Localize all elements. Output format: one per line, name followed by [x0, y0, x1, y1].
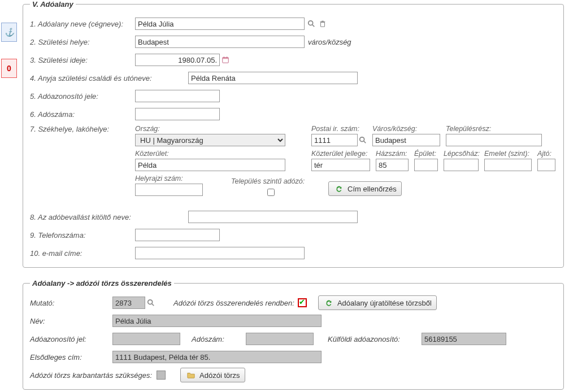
open-registry-button[interactable]: Adózói törzs: [180, 368, 245, 382]
label-link-ok: Adózói törzs összerendelés rendben:: [173, 299, 294, 307]
label-mother: 4. Anyja születési családi és utóneve:: [30, 74, 188, 82]
mutato-search-icon[interactable]: [146, 298, 155, 307]
label-city: Város/község:: [372, 125, 440, 133]
floor-input[interactable]: [484, 159, 532, 171]
error-count-toggle[interactable]: 0: [1, 59, 17, 78]
label-taxnum2: Adószám:: [192, 335, 242, 343]
building-input[interactable]: [414, 159, 438, 171]
label-floor: Emelet (szint):: [484, 150, 532, 158]
refresh-icon: [335, 184, 344, 193]
country-select[interactable]: HU | Magyarország: [135, 134, 285, 146]
taxpayer-fieldset: V. Adóalany 1. Adóalany neve (cégneve): …: [23, 0, 564, 268]
svg-rect-2: [321, 22, 325, 27]
svg-line-10: [364, 141, 366, 143]
zip-search-icon[interactable]: [359, 136, 367, 145]
open-registry-label: Adózói törzs: [199, 371, 240, 380]
lot-input[interactable]: [135, 184, 203, 196]
reload-icon: [324, 298, 333, 307]
address-check-label: Cím ellenőrzés: [348, 185, 397, 193]
linked-foreign-input: [422, 333, 506, 345]
label-taxnum: 6. Adószáma:: [30, 110, 135, 119]
label-maintenance: Adózói törzs karbantartás szükséges:: [30, 371, 152, 380]
linked-addr-input: [112, 351, 322, 363]
linked-name-input: [112, 315, 322, 327]
label-building: Épület:: [414, 150, 438, 158]
error-count-value: 0: [7, 64, 11, 72]
label-primary-addr: Elsődleges cím:: [30, 353, 109, 361]
label-name2: Név:: [30, 317, 109, 325]
folder-icon: [186, 371, 196, 380]
email-input[interactable]: [135, 247, 305, 259]
svg-line-1: [312, 25, 315, 27]
mapping-fieldset: Adóalany -> adózói törzs összerendelés M…: [23, 279, 564, 390]
label-district: Településrész:: [446, 125, 542, 133]
calendar-icon[interactable]: [221, 55, 230, 64]
trash-icon[interactable]: [318, 19, 327, 28]
search-icon[interactable]: [307, 19, 316, 28]
district-input[interactable]: [446, 134, 542, 146]
svg-point-11: [148, 300, 153, 304]
label-taxid: 5. Adóazonosító jele:: [30, 92, 135, 101]
taxnum-input[interactable]: [135, 108, 220, 120]
label-door: Ajtó:: [537, 150, 555, 158]
label-filler: 8. Az adóbevallást kitöltő neve:: [30, 213, 188, 221]
birthdate-input[interactable]: [135, 54, 220, 66]
birthplace-suffix: város/község: [308, 38, 351, 46]
svg-line-12: [152, 304, 154, 306]
linked-taxid-input: [112, 333, 180, 345]
svg-rect-6: [223, 58, 229, 59]
label-foreign: Külföldi adóazonosító:: [328, 335, 418, 343]
zip-input[interactable]: [311, 134, 358, 146]
maintenance-checkbox[interactable]: [157, 371, 166, 380]
birthplace-input[interactable]: [135, 36, 305, 48]
label-country: Ország:: [135, 125, 285, 133]
label-taxid2: Adóazonosító jel:: [30, 335, 109, 343]
reload-from-registry-button[interactable]: Adóalany újratöltése törzsből: [318, 295, 437, 310]
label-lot: Helyrajzi szám:: [135, 175, 203, 182]
label-phone: 9. Telefonszáma:: [30, 231, 135, 239]
label-street-type: Közterület jellege:: [311, 150, 370, 158]
label-mutato: Mutató:: [30, 299, 109, 307]
door-input[interactable]: [537, 159, 555, 171]
linked-taxnum-input: [246, 333, 314, 345]
svg-point-9: [360, 137, 364, 142]
label-street: Közterület:: [135, 150, 285, 158]
phone-input[interactable]: [135, 229, 220, 241]
label-email: 10. e-mail címe:: [30, 249, 135, 258]
anchor-toggle[interactable]: ⚓: [1, 23, 17, 42]
label-stair: Lépcsőház:: [444, 150, 479, 158]
label-house: Házszám:: [376, 150, 409, 158]
label-address: 7. Székhelye, lakóhelye:: [30, 125, 135, 133]
svg-point-0: [309, 21, 313, 25]
name-input[interactable]: [135, 18, 305, 30]
street-input[interactable]: [135, 159, 285, 171]
stair-input[interactable]: [444, 159, 479, 171]
link-ok-checkbox[interactable]: [298, 298, 307, 307]
taxpayer-legend: V. Adóalany: [30, 0, 76, 8]
label-zip: Postai ir. szám:: [311, 125, 367, 133]
address-check-button[interactable]: Cím ellenőrzés: [328, 181, 402, 196]
reload-label: Adóalany újratöltése törzsből: [337, 299, 432, 307]
label-birthplace: 2. Születési helye:: [30, 38, 135, 46]
label-birthdate: 3. Születési ideje:: [30, 56, 135, 64]
street-type-input[interactable]: [311, 159, 370, 171]
mother-name-input[interactable]: [188, 72, 358, 84]
label-muni: Település szintű adózó:: [231, 177, 305, 185]
anchor-icon: ⚓: [5, 28, 14, 36]
filler-name-input[interactable]: [188, 211, 358, 223]
label-name: 1. Adóalany neve (cégneve):: [30, 20, 135, 28]
house-input[interactable]: [376, 159, 409, 171]
mutato-input: [112, 297, 145, 309]
municipality-level-checkbox[interactable]: [267, 189, 275, 196]
city-input[interactable]: [372, 134, 440, 146]
taxid-input[interactable]: [135, 90, 220, 102]
mapping-legend: Adóalany -> adózói törzs összerendelés: [30, 279, 174, 288]
